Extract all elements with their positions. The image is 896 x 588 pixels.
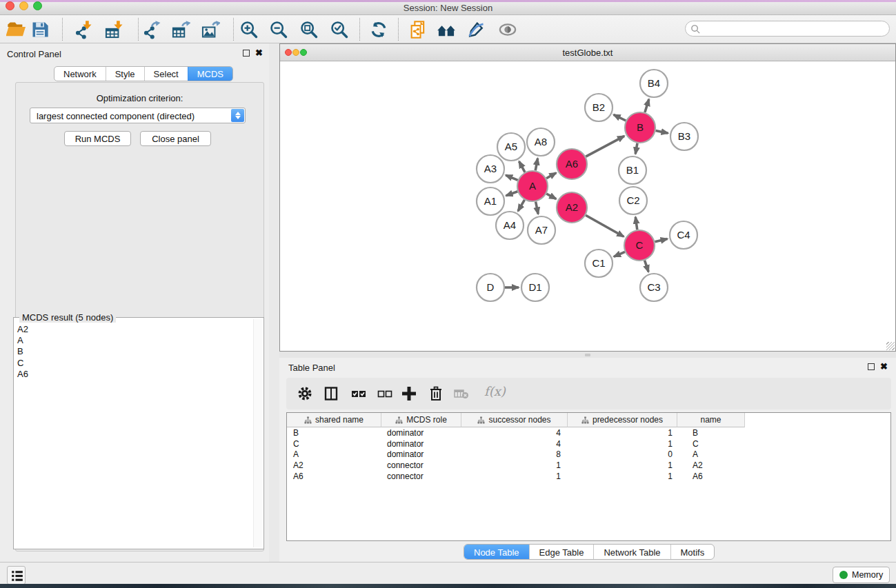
tab-edge-table[interactable]: Edge Table <box>529 545 594 559</box>
table-row-c[interactable]: Cdominator41C <box>287 438 890 449</box>
graph-edge-A-A6[interactable] <box>546 173 556 179</box>
column-header-predecessor-nodes[interactable]: predecessor nodes <box>568 413 677 427</box>
tab-motifs[interactable]: Motifs <box>670 545 715 559</box>
network-window-titlebar[interactable]: testGlobe.txt <box>280 44 895 61</box>
column-header-shared-name[interactable]: shared name <box>287 413 381 427</box>
graph-node-A[interactable]: A <box>517 171 548 201</box>
graph-node-B3[interactable]: B3 <box>670 123 698 150</box>
graph-edge-A-A8[interactable] <box>535 159 537 171</box>
close-panel-button[interactable]: Close panel <box>140 131 211 146</box>
split-pane-divider[interactable] <box>279 352 896 358</box>
save-session-icon[interactable] <box>30 20 50 39</box>
deselect-all-icon[interactable] <box>377 385 393 402</box>
run-mcds-button[interactable]: Run MCDS <box>64 131 131 146</box>
open-file-icon[interactable] <box>6 20 26 39</box>
refresh-layout-icon[interactable] <box>369 20 388 39</box>
memory-button[interactable]: Memory <box>833 567 890 583</box>
graph-node-B1[interactable]: B1 <box>619 156 646 184</box>
table-row-a6[interactable]: A6connector11A6 <box>287 471 890 482</box>
graph-node-A3[interactable]: A3 <box>477 155 504 183</box>
cybrowser-home-icon[interactable] <box>437 20 456 39</box>
graph-node-A8[interactable]: A8 <box>527 128 555 156</box>
table-row-a[interactable]: Adominator80A <box>287 449 890 460</box>
graph-node-A2[interactable]: A2 <box>557 192 587 223</box>
network-from-selection-icon[interactable] <box>408 20 428 39</box>
graph-node-C3[interactable]: C3 <box>640 274 668 301</box>
window-resize-grip[interactable] <box>886 342 895 350</box>
tab-network[interactable]: Network <box>54 67 106 81</box>
graph-node-A1[interactable]: A1 <box>477 187 504 215</box>
add-column-icon[interactable] <box>401 385 417 402</box>
import-table-icon[interactable] <box>104 20 123 39</box>
graph-edge-A-A5[interactable] <box>519 161 526 172</box>
divider-knob[interactable] <box>585 354 590 356</box>
hide-annotations-icon[interactable] <box>466 20 486 39</box>
network-canvas[interactable]: B4B2BB3A5A8A6B1A3AC2A1A2A4A7C4CC1C3DD1 <box>280 61 895 351</box>
show-graphics-details-icon[interactable] <box>498 20 517 39</box>
graph-edge-A-A4[interactable] <box>518 200 525 211</box>
graph-node-C2[interactable]: C2 <box>619 187 647 214</box>
graph-edge-C-C4[interactable] <box>655 239 667 242</box>
result-item-c[interactable]: C <box>16 358 252 369</box>
graph-edge-C-C3[interactable] <box>645 261 649 272</box>
result-item-a6[interactable]: A6 <box>16 369 252 380</box>
graph-edge-A-A3[interactable] <box>506 175 518 180</box>
search-field[interactable] <box>685 21 890 37</box>
zoom-selected-icon[interactable] <box>330 20 349 39</box>
graph-node-D1[interactable]: D1 <box>521 274 549 301</box>
tab-select[interactable]: Select <box>144 67 188 81</box>
graph-node-C[interactable]: C <box>624 230 655 261</box>
app-titlebar[interactable]: Session: New Session <box>0 2 896 15</box>
delete-table-icon[interactable] <box>453 385 470 402</box>
graph-node-A6[interactable]: A6 <box>557 149 587 179</box>
close-table-panel-icon[interactable]: ✖ <box>880 363 888 370</box>
search-input[interactable] <box>704 22 883 35</box>
close-panel-icon[interactable]: ✖ <box>255 50 263 57</box>
graph-edge-A-A7[interactable] <box>536 202 539 214</box>
tab-mcds[interactable]: MCDS <box>188 67 232 81</box>
export-table-icon[interactable] <box>171 20 190 39</box>
export-image-icon[interactable] <box>201 20 220 39</box>
graph-node-C1[interactable]: C1 <box>585 250 613 277</box>
graph-edge-C-C2[interactable] <box>635 217 637 230</box>
float-table-panel-icon[interactable] <box>868 363 875 370</box>
result-item-a[interactable]: A <box>16 335 252 346</box>
graph-edge-B-B2[interactable] <box>614 114 626 121</box>
graph-node-D[interactable]: D <box>477 274 504 301</box>
result-scrollbar[interactable] <box>253 319 262 547</box>
column-header-MCDS-role[interactable]: MCDS role <box>381 413 461 427</box>
zoom-in-icon[interactable] <box>239 20 259 39</box>
delete-column-icon[interactable] <box>428 385 444 402</box>
graph-edge-B-B1[interactable] <box>635 143 637 154</box>
table-settings-icon[interactable] <box>297 385 313 402</box>
graph-node-B[interactable]: B <box>625 112 655 143</box>
node-table[interactable]: shared nameMCDS rolesuccessor nodesprede… <box>286 412 891 541</box>
graph-edge-A-A2[interactable] <box>546 194 556 199</box>
task-history-button[interactable] <box>7 566 26 585</box>
export-network-icon[interactable] <box>141 20 161 39</box>
function-builder-icon[interactable]: f(x) <box>484 384 506 398</box>
graph-edge-B-B4[interactable] <box>645 99 649 112</box>
graph-node-B4[interactable]: B4 <box>640 70 668 97</box>
graph-node-B2[interactable]: B2 <box>585 94 613 121</box>
table-row-a2[interactable]: A2connector11A2 <box>287 460 890 471</box>
graph-node-A5[interactable]: A5 <box>497 133 525 161</box>
tab-node-table[interactable]: Node Table <box>464 545 529 559</box>
zoom-fit-icon[interactable] <box>299 20 319 39</box>
graph-edge-A-A1[interactable] <box>506 192 518 196</box>
graph-node-C4[interactable]: C4 <box>670 221 697 249</box>
float-panel-icon[interactable] <box>243 50 250 57</box>
optimization-criterion-select[interactable]: largest connected component (directed) <box>30 108 246 123</box>
result-item-b[interactable]: B <box>16 346 252 357</box>
graph-edge-A2-C[interactable] <box>586 215 624 236</box>
graph-node-A7[interactable]: A7 <box>528 216 555 244</box>
mcds-result-list[interactable]: A2ABCA6 <box>16 324 252 547</box>
select-all-icon[interactable] <box>350 385 367 402</box>
graph-node-A4[interactable]: A4 <box>496 212 524 239</box>
table-row-b[interactable]: Bdominator41B <box>287 427 890 438</box>
column-header-name[interactable]: name <box>677 413 745 427</box>
result-item-a2[interactable]: A2 <box>16 324 252 335</box>
column-view-icon[interactable] <box>323 385 339 402</box>
column-header-successor-nodes[interactable]: successor nodes <box>461 413 568 427</box>
tab-style[interactable]: Style <box>106 67 144 81</box>
